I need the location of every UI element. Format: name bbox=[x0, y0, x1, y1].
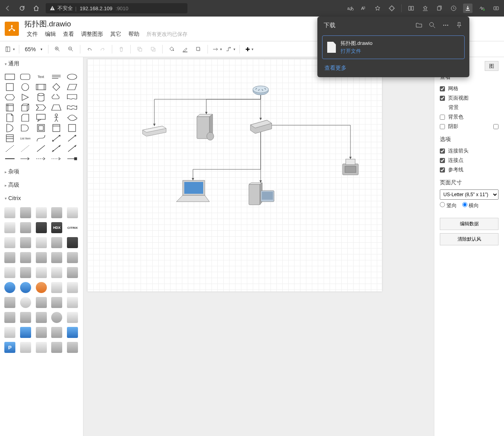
shape-sidebar[interactable]: 通用 Text bbox=[0, 57, 83, 436]
check-conn-points[interactable]: 连接点 bbox=[440, 156, 498, 165]
pagesize-select[interactable]: US-Letter (8,5" x 11") bbox=[440, 189, 498, 200]
shape-line[interactable] bbox=[34, 144, 48, 153]
shape-container[interactable] bbox=[50, 123, 63, 133]
translate-icon[interactable]: aあ bbox=[347, 4, 354, 13]
citrix-shape[interactable] bbox=[3, 296, 17, 309]
citrix-shape[interactable] bbox=[50, 311, 63, 324]
check-conn-arrows[interactable]: 连接箭头 bbox=[440, 146, 498, 156]
node-laptop[interactable] bbox=[176, 180, 209, 202]
zoom-control[interactable]: 65%▾ bbox=[22, 46, 45, 52]
bg-label[interactable]: 背景 bbox=[448, 104, 459, 111]
canvas[interactable] bbox=[83, 57, 434, 436]
menu-help[interactable]: 帮助 bbox=[126, 30, 142, 39]
to-front-icon[interactable] bbox=[134, 43, 146, 55]
citrix-shape[interactable] bbox=[50, 341, 63, 354]
undo-icon[interactable] bbox=[83, 43, 95, 55]
to-back-icon[interactable] bbox=[147, 43, 159, 55]
line-color-icon[interactable] bbox=[179, 43, 191, 55]
downloads-search-icon[interactable] bbox=[428, 21, 436, 29]
check-grid[interactable]: 网格 bbox=[440, 84, 498, 93]
node-thin-device[interactable] bbox=[143, 126, 166, 136]
shape-cylinder[interactable] bbox=[34, 93, 48, 102]
shape-text[interactable]: Text bbox=[34, 72, 48, 82]
shape-trapezoid[interactable] bbox=[50, 103, 63, 112]
citrix-shape[interactable] bbox=[19, 296, 32, 309]
downloads-more-icon[interactable] bbox=[442, 21, 450, 29]
citrix-shape[interactable] bbox=[50, 281, 63, 294]
menu-extras[interactable]: 其它 bbox=[108, 30, 124, 39]
redo-icon[interactable] bbox=[97, 43, 109, 55]
shape-link5[interactable] bbox=[65, 154, 79, 163]
citrix-shape[interactable] bbox=[19, 281, 32, 294]
citrix-shape[interactable]: P bbox=[3, 341, 17, 354]
favorites-list-icon[interactable] bbox=[421, 4, 430, 13]
check-guides[interactable]: 参考线 bbox=[440, 165, 498, 174]
back-button[interactable] bbox=[3, 4, 13, 13]
shape-cube[interactable] bbox=[19, 103, 32, 112]
performance-icon[interactable] bbox=[477, 4, 487, 13]
shape-step[interactable] bbox=[34, 103, 48, 112]
citrix-shape[interactable] bbox=[3, 326, 17, 339]
connection-icon[interactable]: ▾ bbox=[211, 43, 223, 55]
app-logo[interactable] bbox=[5, 22, 19, 36]
shape-link1[interactable] bbox=[3, 154, 17, 163]
shape-curly[interactable] bbox=[65, 113, 79, 122]
shape-and[interactable] bbox=[19, 123, 32, 133]
citrix-shape[interactable] bbox=[35, 326, 48, 339]
citrix-shape[interactable] bbox=[3, 311, 17, 324]
zoom-in-icon[interactable] bbox=[52, 43, 63, 55]
menu-edit[interactable]: 编辑 bbox=[43, 30, 58, 39]
citrix-shape[interactable] bbox=[66, 266, 79, 279]
citrix-shape[interactable] bbox=[50, 236, 63, 249]
shape-tape[interactable] bbox=[65, 103, 79, 112]
citrix-shape[interactable] bbox=[50, 326, 63, 339]
citrix-shape[interactable] bbox=[3, 266, 17, 279]
shape-ellipse[interactable] bbox=[65, 72, 79, 82]
citrix-logo[interactable]: CITRIX bbox=[66, 221, 79, 234]
shape-triangle[interactable] bbox=[19, 93, 32, 102]
history-icon[interactable] bbox=[449, 4, 458, 13]
category-advanced[interactable]: 高级 bbox=[0, 178, 83, 192]
node-printer[interactable] bbox=[343, 159, 358, 175]
menu-view[interactable]: 查看 bbox=[61, 30, 76, 39]
collections-icon[interactable] bbox=[435, 4, 444, 13]
download-open-file[interactable]: 打开文件 bbox=[341, 48, 460, 55]
citrix-shape[interactable] bbox=[35, 236, 48, 249]
citrix-hdx[interactable]: HDX bbox=[50, 221, 63, 234]
category-misc[interactable]: 杂项 bbox=[0, 165, 83, 178]
citrix-shape[interactable] bbox=[3, 221, 17, 234]
menu-arrange[interactable]: 调整图形 bbox=[79, 30, 106, 39]
shape-round-rect[interactable] bbox=[19, 72, 32, 82]
citrix-shape[interactable] bbox=[19, 266, 32, 279]
citrix-shape[interactable] bbox=[35, 206, 48, 219]
shape-document[interactable] bbox=[65, 93, 79, 102]
citrix-shape[interactable] bbox=[3, 236, 17, 249]
citrix-shape[interactable] bbox=[3, 206, 17, 219]
shape-curve[interactable] bbox=[34, 134, 48, 143]
home-button[interactable] bbox=[32, 4, 41, 13]
citrix-shape[interactable] bbox=[66, 296, 79, 309]
citrix-shape[interactable] bbox=[19, 326, 32, 339]
refresh-button[interactable] bbox=[17, 4, 27, 13]
node-switch[interactable] bbox=[250, 120, 272, 134]
citrix-shape[interactable] bbox=[19, 251, 32, 264]
citrix-shape[interactable] bbox=[50, 251, 63, 264]
insert-icon[interactable]: ▾ bbox=[243, 43, 255, 55]
shape-bidir-line[interactable] bbox=[50, 144, 63, 153]
shape-callout[interactable] bbox=[34, 113, 48, 122]
citrix-shape[interactable] bbox=[50, 206, 63, 219]
read-aloud-icon[interactable]: A)) bbox=[359, 4, 368, 13]
zoom-out-icon[interactable] bbox=[65, 43, 77, 55]
citrix-shape[interactable] bbox=[66, 251, 79, 264]
downloads-pin-icon[interactable] bbox=[455, 21, 463, 29]
check-pageview[interactable]: 页面视图 bbox=[440, 93, 498, 103]
category-citrix[interactable]: Citrix bbox=[0, 192, 83, 204]
citrix-shape[interactable] bbox=[66, 341, 79, 354]
citrix-shape[interactable] bbox=[35, 281, 48, 294]
citrix-shape[interactable] bbox=[35, 251, 48, 264]
menu-file[interactable]: 文件 bbox=[24, 30, 40, 39]
shape-diamond[interactable] bbox=[50, 82, 63, 92]
download-item[interactable]: 拓扑图.drawio 打开文件 bbox=[322, 35, 465, 59]
edit-data-button[interactable]: 编辑数据 bbox=[440, 218, 498, 230]
shape-textbox[interactable] bbox=[50, 72, 63, 82]
